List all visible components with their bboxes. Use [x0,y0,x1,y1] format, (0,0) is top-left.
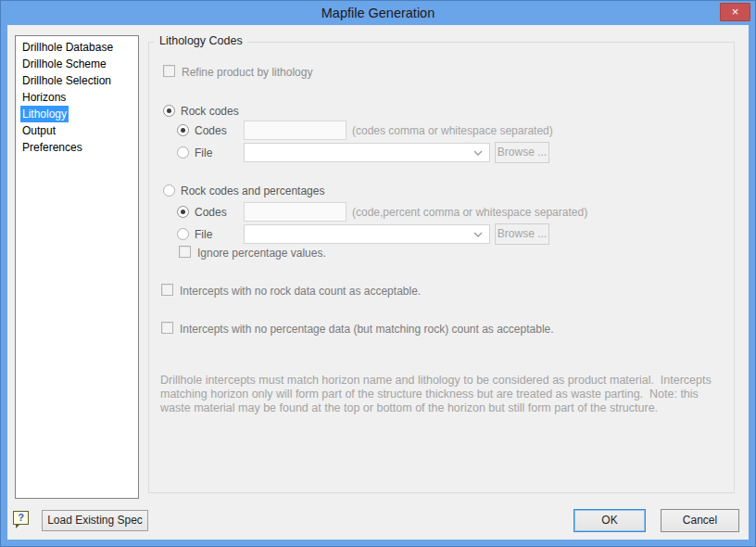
titlebar[interactable]: Mapfile Generation [1,1,755,25]
ok-button[interactable]: OK [573,509,646,532]
rock-codes-hint: (codes comma or whitespace separated) [352,124,553,137]
no-percentage-data-label: Intercepts with no percentage data (but … [180,323,554,336]
sidebar-item-preferences[interactable]: Preferences [16,139,138,156]
rock-codes-file-combobox[interactable] [244,143,490,162]
load-existing-spec-button[interactable]: Load Existing Spec [42,510,148,531]
group-title: Lithology Codes [155,34,247,47]
sidebar-item-output[interactable]: Output [16,122,138,139]
rock-codes-radio[interactable] [163,105,175,117]
no-rock-data-label: Intercepts with no rock data count as ac… [180,285,421,298]
rock-codes-browse-button[interactable]: Browse ... [495,142,549,163]
lithology-codes-group: Lithology Codes Refine product by lithol… [148,42,735,493]
dialog-body: Drillhole Database Drillhole Scheme Dril… [7,25,749,540]
rock-codes-input[interactable] [244,121,346,140]
ignore-percentage-label: Ignore percentage values. [197,247,326,260]
percentages-file-radio[interactable] [177,228,189,240]
percentages-codes-input[interactable] [244,202,346,222]
rock-codes-label: Rock codes [181,105,239,118]
window-title: Mapfile Generation [321,6,435,20]
ignore-percentage-checkbox[interactable] [179,246,191,258]
help-icon[interactable]: ? [13,511,29,525]
close-icon[interactable]: × [720,3,750,21]
no-percentage-data-checkbox[interactable] [161,322,173,334]
mapfile-generation-dialog: Mapfile Generation × Drillhole Database … [0,0,756,547]
rock-codes-codes-label: Codes [195,124,227,137]
percentages-codes-label: Codes [195,206,227,219]
refine-product-label: Refine product by lithology [182,66,312,79]
percentages-file-label: File [195,228,212,241]
sidebar-item-drillhole-database[interactable]: Drillhole Database [16,39,138,56]
rock-codes-percentages-radio[interactable] [163,184,175,197]
rock-codes-codes-radio[interactable] [177,124,189,136]
percentages-browse-button[interactable]: Browse ... [495,223,549,245]
rock-codes-percentages-label: Rock codes and percentages [181,184,324,197]
sidebar-item-drillhole-scheme[interactable]: Drillhole Scheme [16,56,138,72]
percentages-codes-radio[interactable] [177,206,189,218]
rock-codes-file-label: File [195,146,212,159]
sidebar-item-lithology[interactable]: Lithology [16,106,138,122]
no-rock-data-checkbox[interactable] [161,284,173,296]
chevron-down-icon [473,150,483,156]
rock-codes-file-radio[interactable] [177,146,189,159]
lithology-note: Drillhole intercepts must match horizon … [160,374,718,415]
sidebar-item-horizons[interactable]: Horizons [16,89,138,106]
sidebar-item-drillhole-selection[interactable]: Drillhole Selection [16,72,138,89]
chevron-down-icon [473,232,483,237]
percentages-codes-hint: (code,percent comma or whitespace separa… [352,206,587,219]
section-list[interactable]: Drillhole Database Drillhole Scheme Dril… [15,35,139,499]
cancel-button[interactable]: Cancel [661,509,739,532]
percentages-file-combobox[interactable] [244,224,490,244]
refine-product-checkbox[interactable] [163,65,175,77]
